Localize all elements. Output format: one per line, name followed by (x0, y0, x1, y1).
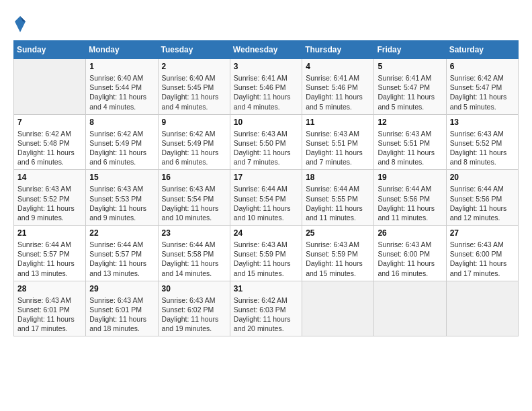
calendar-week: 7Sunrise: 6:42 AMSunset: 5:48 PMDaylight… (14, 114, 519, 170)
day-info: Sunrise: 6:44 AMSunset: 5:54 PMDaylight:… (234, 184, 298, 222)
calendar-cell: 24Sunrise: 6:43 AMSunset: 5:59 PMDayligh… (230, 226, 302, 281)
day-info: Sunrise: 6:44 AMSunset: 5:55 PMDaylight:… (306, 184, 370, 222)
day-info: Sunrise: 6:44 AMSunset: 5:57 PMDaylight:… (17, 240, 82, 278)
calendar-cell: 22Sunrise: 6:44 AMSunset: 5:57 PMDayligh… (86, 226, 158, 281)
calendar-cell: 25Sunrise: 6:43 AMSunset: 5:59 PMDayligh… (302, 226, 374, 281)
day-number: 17 (234, 173, 298, 182)
day-number: 23 (162, 228, 226, 238)
day-number: 19 (378, 173, 442, 182)
day-info: Sunrise: 6:42 AMSunset: 5:49 PMDaylight:… (162, 129, 226, 167)
day-number: 22 (89, 228, 154, 238)
calendar-cell: 9Sunrise: 6:42 AMSunset: 5:49 PMDaylight… (158, 114, 230, 170)
day-info: Sunrise: 6:43 AMSunset: 6:00 PMDaylight:… (450, 240, 515, 278)
weekday-row: SundayMondayTuesdayWednesdayThursdayFrid… (14, 41, 519, 59)
day-info: Sunrise: 6:43 AMSunset: 5:59 PMDaylight:… (234, 240, 298, 278)
day-number: 10 (234, 118, 298, 127)
calendar-cell: 2Sunrise: 6:40 AMSunset: 5:45 PMDaylight… (158, 59, 230, 115)
calendar-table: SundayMondayTuesdayWednesdayThursdayFrid… (13, 40, 519, 336)
day-number: 24 (234, 228, 298, 238)
day-info: Sunrise: 6:43 AMSunset: 6:01 PMDaylight:… (17, 295, 82, 334)
day-number: 6 (450, 62, 515, 71)
day-number: 13 (450, 118, 515, 127)
calendar-cell: 1Sunrise: 6:40 AMSunset: 5:44 PMDaylight… (86, 59, 158, 115)
calendar-cell: 26Sunrise: 6:43 AMSunset: 6:00 PMDayligh… (374, 226, 446, 281)
calendar-cell: 29Sunrise: 6:43 AMSunset: 6:01 PMDayligh… (86, 281, 158, 336)
calendar-body: 1Sunrise: 6:40 AMSunset: 5:44 PMDaylight… (14, 59, 519, 336)
calendar-cell: 30Sunrise: 6:43 AMSunset: 6:02 PMDayligh… (158, 281, 230, 336)
day-number: 16 (162, 173, 226, 182)
calendar-cell: 27Sunrise: 6:43 AMSunset: 6:00 PMDayligh… (446, 226, 518, 281)
day-info: Sunrise: 6:44 AMSunset: 5:56 PMDaylight:… (450, 184, 515, 222)
weekday-header: Wednesday (230, 41, 302, 59)
day-number: 29 (89, 284, 154, 293)
day-info: Sunrise: 6:44 AMSunset: 5:58 PMDaylight:… (162, 240, 226, 278)
calendar-cell: 11Sunrise: 6:43 AMSunset: 5:51 PMDayligh… (302, 114, 374, 170)
day-info: Sunrise: 6:40 AMSunset: 5:44 PMDaylight:… (89, 73, 154, 111)
day-info: Sunrise: 6:44 AMSunset: 5:57 PMDaylight:… (89, 240, 154, 278)
calendar-cell: 23Sunrise: 6:44 AMSunset: 5:58 PMDayligh… (158, 226, 230, 281)
calendar-cell: 31Sunrise: 6:42 AMSunset: 6:03 PMDayligh… (230, 281, 302, 336)
day-info: Sunrise: 6:42 AMSunset: 6:03 PMDaylight:… (234, 295, 298, 334)
calendar-cell: 19Sunrise: 6:44 AMSunset: 5:56 PMDayligh… (374, 170, 446, 226)
day-number: 8 (89, 118, 154, 127)
day-number: 26 (378, 228, 442, 238)
calendar-cell: 21Sunrise: 6:44 AMSunset: 5:57 PMDayligh… (14, 226, 86, 281)
calendar-cell: 16Sunrise: 6:43 AMSunset: 5:54 PMDayligh… (158, 170, 230, 226)
calendar-week: 28Sunrise: 6:43 AMSunset: 6:01 PMDayligh… (14, 281, 519, 336)
calendar-cell: 6Sunrise: 6:42 AMSunset: 5:47 PMDaylight… (446, 59, 518, 115)
calendar-cell: 8Sunrise: 6:42 AMSunset: 5:49 PMDaylight… (86, 114, 158, 170)
calendar-cell: 15Sunrise: 6:43 AMSunset: 5:53 PMDayligh… (86, 170, 158, 226)
day-info: Sunrise: 6:41 AMSunset: 5:46 PMDaylight:… (234, 73, 298, 111)
day-number: 2 (162, 62, 226, 71)
day-number: 30 (162, 284, 226, 293)
calendar-cell: 12Sunrise: 6:43 AMSunset: 5:51 PMDayligh… (374, 114, 446, 170)
calendar-cell (446, 281, 518, 336)
calendar-cell: 28Sunrise: 6:43 AMSunset: 6:01 PMDayligh… (14, 281, 86, 336)
calendar-week: 21Sunrise: 6:44 AMSunset: 5:57 PMDayligh… (14, 226, 519, 281)
day-info: Sunrise: 6:44 AMSunset: 5:56 PMDaylight:… (378, 184, 442, 222)
calendar-cell: 14Sunrise: 6:43 AMSunset: 5:52 PMDayligh… (14, 170, 86, 226)
calendar-week: 1Sunrise: 6:40 AMSunset: 5:44 PMDaylight… (14, 59, 519, 115)
day-number: 3 (234, 62, 298, 71)
day-info: Sunrise: 6:43 AMSunset: 5:51 PMDaylight:… (378, 129, 442, 167)
day-number: 25 (306, 228, 370, 238)
day-info: Sunrise: 6:40 AMSunset: 5:45 PMDaylight:… (162, 73, 226, 111)
day-info: Sunrise: 6:43 AMSunset: 6:01 PMDaylight:… (89, 295, 154, 334)
calendar-header: SundayMondayTuesdayWednesdayThursdayFrid… (14, 41, 519, 59)
calendar-cell: 13Sunrise: 6:43 AMSunset: 5:52 PMDayligh… (446, 114, 518, 170)
day-number: 9 (162, 118, 226, 127)
weekday-header: Tuesday (158, 41, 230, 59)
calendar-cell: 17Sunrise: 6:44 AMSunset: 5:54 PMDayligh… (230, 170, 302, 226)
day-number: 21 (17, 228, 82, 238)
logo (13, 13, 30, 34)
day-info: Sunrise: 6:43 AMSunset: 6:02 PMDaylight:… (162, 295, 226, 334)
day-info: Sunrise: 6:41 AMSunset: 5:46 PMDaylight:… (306, 73, 370, 111)
calendar-cell: 18Sunrise: 6:44 AMSunset: 5:55 PMDayligh… (302, 170, 374, 226)
calendar-cell: 5Sunrise: 6:41 AMSunset: 5:47 PMDaylight… (374, 59, 446, 115)
calendar-cell (14, 59, 86, 115)
day-info: Sunrise: 6:43 AMSunset: 5:52 PMDaylight:… (17, 184, 82, 222)
weekday-header: Friday (374, 41, 446, 59)
weekday-header: Sunday (14, 41, 86, 59)
day-number: 12 (378, 118, 442, 127)
calendar-week: 14Sunrise: 6:43 AMSunset: 5:52 PMDayligh… (14, 170, 519, 226)
day-number: 5 (378, 62, 442, 71)
day-info: Sunrise: 6:41 AMSunset: 5:47 PMDaylight:… (378, 73, 442, 111)
page-header (13, 13, 519, 34)
day-number: 31 (234, 284, 298, 293)
day-number: 4 (306, 62, 370, 71)
calendar-cell: 20Sunrise: 6:44 AMSunset: 5:56 PMDayligh… (446, 170, 518, 226)
day-info: Sunrise: 6:42 AMSunset: 5:48 PMDaylight:… (17, 129, 82, 167)
calendar-cell (302, 281, 374, 336)
calendar-cell: 3Sunrise: 6:41 AMSunset: 5:46 PMDaylight… (230, 59, 302, 115)
calendar-cell: 7Sunrise: 6:42 AMSunset: 5:48 PMDaylight… (14, 114, 86, 170)
day-info: Sunrise: 6:43 AMSunset: 5:51 PMDaylight:… (306, 129, 370, 167)
day-info: Sunrise: 6:43 AMSunset: 5:52 PMDaylight:… (450, 129, 515, 167)
day-info: Sunrise: 6:43 AMSunset: 6:00 PMDaylight:… (378, 240, 442, 278)
day-info: Sunrise: 6:42 AMSunset: 5:47 PMDaylight:… (450, 73, 515, 111)
logo-icon (13, 15, 27, 34)
calendar-cell (374, 281, 446, 336)
svg-marker-0 (15, 16, 26, 32)
calendar-cell: 4Sunrise: 6:41 AMSunset: 5:46 PMDaylight… (302, 59, 374, 115)
day-number: 15 (89, 173, 154, 182)
